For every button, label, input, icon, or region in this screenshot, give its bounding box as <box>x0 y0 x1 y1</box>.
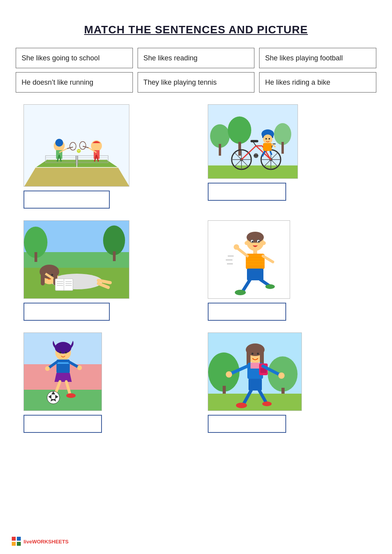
pictures-section <box>16 104 376 437</box>
logo-sq-yellow <box>12 542 16 546</box>
sentence-box-3: She likes playing football <box>259 48 376 68</box>
logo-sq-blue <box>17 537 21 541</box>
svg-point-122 <box>55 342 71 354</box>
svg-point-13 <box>55 139 63 147</box>
svg-point-80 <box>51 274 53 276</box>
svg-rect-29 <box>208 165 298 179</box>
svg-point-123 <box>60 352 62 354</box>
school-svg <box>208 333 302 411</box>
sentence-box-1: She likes going to school <box>16 48 133 68</box>
bike-svg <box>208 105 298 179</box>
svg-point-156 <box>278 372 285 379</box>
answer-input-running[interactable] <box>208 303 286 321</box>
svg-rect-77 <box>41 272 45 285</box>
svg-point-100 <box>262 241 266 245</box>
svg-point-94 <box>247 232 264 243</box>
svg-point-135 <box>66 393 76 398</box>
image-tennis <box>24 104 129 187</box>
svg-point-124 <box>65 352 67 354</box>
answer-input-reading[interactable] <box>24 303 110 321</box>
worksheet-page: MATCH THE SENTENCES AND PICTURE She like… <box>0 0 392 554</box>
footer-brand-text: liveWORKSHEETS <box>24 539 69 545</box>
svg-point-155 <box>226 371 232 378</box>
svg-rect-150 <box>250 363 260 369</box>
svg-point-113 <box>235 290 246 295</box>
svg-point-160 <box>236 403 247 408</box>
svg-rect-53 <box>250 140 258 142</box>
answer-input-football[interactable] <box>24 415 102 433</box>
answer-input-bike[interactable] <box>208 183 286 201</box>
picture-football <box>24 332 184 437</box>
svg-rect-63 <box>263 143 272 151</box>
picture-school <box>208 332 368 437</box>
svg-point-109 <box>234 244 239 250</box>
footer-brand-worksheets: WORKSHEETS <box>32 539 69 545</box>
picture-reading <box>24 220 184 325</box>
picture-bike <box>208 104 368 213</box>
svg-rect-33 <box>238 142 241 156</box>
sentence-box-6: He likes riding a bike <box>259 72 376 93</box>
svg-point-99 <box>245 241 249 245</box>
sentence-box-2: She likes reading <box>138 48 255 68</box>
svg-point-98 <box>258 241 260 242</box>
page-title: MATCH THE SENTENCES AND PICTURE <box>16 24 376 36</box>
svg-rect-31 <box>219 144 221 156</box>
svg-rect-142 <box>208 394 302 411</box>
footer-brand-live: live <box>24 539 32 545</box>
image-school <box>208 332 302 411</box>
svg-point-71 <box>103 225 125 255</box>
svg-point-129 <box>45 366 50 371</box>
svg-marker-1 <box>24 167 129 187</box>
tennis-svg <box>24 105 129 187</box>
sentence-box-5: They like playing tennis <box>138 72 255 93</box>
svg-point-97 <box>252 241 253 242</box>
logo <box>12 537 21 546</box>
answer-input-school[interactable] <box>208 415 286 433</box>
svg-point-161 <box>262 401 272 406</box>
svg-rect-125 <box>56 360 70 373</box>
svg-point-34 <box>274 123 291 145</box>
svg-point-32 <box>228 116 251 144</box>
svg-point-60 <box>263 134 272 144</box>
logo-squares <box>12 537 21 546</box>
svg-point-147 <box>252 353 254 355</box>
logo-sq-green <box>17 542 21 546</box>
svg-point-114 <box>265 284 275 289</box>
sentence-box-4: He doesn’t like running <box>16 72 133 93</box>
svg-rect-70 <box>34 252 37 262</box>
image-reading <box>24 220 129 299</box>
svg-marker-131 <box>54 373 72 382</box>
answer-input-tennis[interactable] <box>24 191 110 209</box>
svg-rect-120 <box>24 390 102 411</box>
svg-point-148 <box>257 353 259 355</box>
svg-rect-35 <box>281 142 284 154</box>
logo-sq-red <box>12 537 16 541</box>
reading-svg <box>24 221 129 299</box>
running-svg <box>208 221 290 299</box>
svg-point-62 <box>269 138 270 140</box>
svg-point-61 <box>265 138 267 140</box>
sentences-grid: She likes going to school She likes read… <box>16 48 376 93</box>
image-running <box>208 220 290 299</box>
svg-rect-101 <box>253 250 257 254</box>
image-football <box>24 332 102 411</box>
image-bike <box>208 104 298 179</box>
football-svg <box>24 333 102 411</box>
svg-point-130 <box>77 365 82 370</box>
footer: liveWORKSHEETS <box>12 537 69 546</box>
picture-tennis <box>24 104 184 213</box>
picture-running <box>208 220 368 325</box>
svg-rect-72 <box>113 251 116 261</box>
svg-rect-126 <box>56 362 70 364</box>
